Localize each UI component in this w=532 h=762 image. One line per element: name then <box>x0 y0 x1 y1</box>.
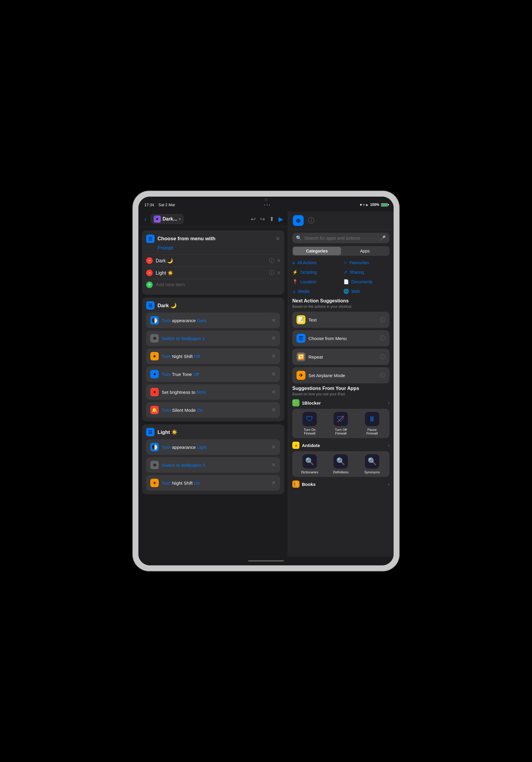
suggestion-text-info[interactable]: ⓘ <box>380 316 385 323</box>
cat-documents[interactable]: 📄 Documents <box>343 278 390 286</box>
wifi-icon: ▾ ▿ ▸ <box>360 202 368 207</box>
menu-card-close[interactable]: ✕ <box>275 236 280 242</box>
appearance-dark-icon: 🌓 <box>150 316 159 325</box>
cat-location[interactable]: 📍 Location <box>292 278 339 286</box>
synonyms-label: Synonyms <box>364 470 380 474</box>
suggestion-menu-icon: ☰ <box>296 334 305 343</box>
next-actions-title: Next Action Suggestions <box>292 298 389 304</box>
light-drag-handle[interactable]: ≡ <box>277 270 280 275</box>
cat-sharing[interactable]: ↗ Sharing <box>343 268 390 276</box>
wallpaper2-close[interactable]: ✕ <box>271 335 276 342</box>
cat-scripting[interactable]: ⚡ Scripting <box>292 268 339 276</box>
menu-item-dark: − Dark 🌙 ⓘ ≡ <box>146 254 280 267</box>
mic-icon[interactable]: 🎤 <box>380 235 386 241</box>
ipad-screen: 17:34 Sat 2 Mar ··· ▾ ▿ ▸ 100% <box>138 196 394 566</box>
1blocker-turn-on-firewall[interactable]: 🛡 Turn OnFirewall <box>295 412 324 435</box>
true-tone-off-close[interactable]: ✕ <box>271 371 276 377</box>
category-grid: ≡ All Actions ☆ Favourites ⚡ Scripting <box>288 259 394 298</box>
shortcut-title-button[interactable]: ✦ Dark... ▾ <box>151 214 184 224</box>
dark-section-header: ☰ Dark 🌙 <box>146 301 280 310</box>
prompt-label[interactable]: Prompt <box>158 245 280 251</box>
pause-firewall-icon: ⏸ <box>365 412 379 426</box>
night-shift-off-close[interactable]: ✕ <box>271 353 276 359</box>
night-shift-off-text: Turn Night Shift Off <box>162 354 268 359</box>
cat-scripting-label: Scripting <box>300 270 317 274</box>
dark-drag-handle[interactable]: ≡ <box>277 258 280 263</box>
suggestion-airplane[interactable]: ✈ Set Airplane Mode ⓘ <box>292 367 389 383</box>
right-panel: ⊕ ⓘ 🔍 🎤 Categories Apps <box>288 211 394 557</box>
suggestion-menu-label: Choose from Menu <box>308 336 377 341</box>
suggestion-choose-menu[interactable]: ☰ Choose from Menu ⓘ <box>292 330 389 346</box>
add-item-button[interactable]: + <box>146 281 153 288</box>
suggestion-menu-info[interactable]: ⓘ <box>380 335 385 342</box>
remove-light-button[interactable]: − <box>146 269 153 276</box>
search-bar[interactable]: 🔍 🎤 <box>292 233 389 243</box>
wallpaper2-text: Switch to Wallpaper 2 <box>162 336 268 341</box>
suggestion-repeat-info[interactable]: ⓘ <box>380 353 385 360</box>
silent-mode-icon: 🔔 <box>150 406 159 414</box>
next-actions-subtitle: Based on the actions in your shortcut. <box>292 304 389 309</box>
battery-icon <box>381 203 388 206</box>
app-group-1blocker-header[interactable]: 🟩 1Blocker › <box>292 399 389 407</box>
suggestion-airplane-info[interactable]: ⓘ <box>380 372 385 379</box>
1blocker-turn-off-firewall[interactable]: 🛡 Turn OffFirewall <box>326 412 355 435</box>
cat-media-label: Media <box>298 289 309 294</box>
cat-media[interactable]: ♫ Media <box>292 287 339 295</box>
redo-button[interactable]: ↪ <box>260 215 265 223</box>
apps-suggestions-title: Suggestions From Your Apps <box>292 386 389 391</box>
media-icon: ♫ <box>292 289 296 294</box>
tab-apps[interactable]: Apps <box>341 247 389 255</box>
date: Sat 2 Mar <box>158 202 175 207</box>
cat-web-label: Web <box>351 289 360 294</box>
dark-info-button[interactable]: ⓘ <box>269 257 274 264</box>
light-info-button[interactable]: ⓘ <box>269 269 274 276</box>
cat-all-actions[interactable]: ≡ All Actions <box>292 259 339 267</box>
back-button[interactable]: ‹ <box>143 214 148 224</box>
left-scroll-area: ☰ Choose from menu with ✕ Prompt − Dark … <box>138 227 288 557</box>
right-panel-header: ⊕ ⓘ <box>288 211 394 230</box>
1blocker-name: 1Blocker <box>302 401 386 406</box>
suggestion-text-label: Text <box>308 317 377 323</box>
cat-location-label: Location <box>300 279 316 284</box>
suggestion-text[interactable]: 📝 Text ⓘ <box>292 312 389 328</box>
share-button[interactable]: ⬆ <box>269 215 274 223</box>
suggestion-repeat[interactable]: 🔁 Repeat ⓘ <box>292 349 389 365</box>
wallpaper3-close[interactable]: ✕ <box>271 462 276 468</box>
1blocker-pause-firewall[interactable]: ⏸ PauseFirewall <box>358 412 386 435</box>
play-button[interactable]: ▶ <box>278 215 283 223</box>
menu-card-title: Choose from menu with <box>158 236 272 242</box>
silent-mode-close[interactable]: ✕ <box>271 407 276 413</box>
dark-section: ☰ Dark 🌙 🌓 Turn appearance Dark ✕ ❄ <box>142 298 284 421</box>
antidote-dictionaries[interactable]: 🔍 Dictionaries <box>295 454 324 474</box>
appearance-dark-close[interactable]: ✕ <box>271 317 276 324</box>
antidote-synonyms[interactable]: 🔍 Synonyms <box>358 454 386 474</box>
remove-dark-button[interactable]: − <box>146 257 153 264</box>
panel-info-button[interactable]: ⓘ <box>308 216 314 225</box>
add-item-label: Add new item <box>156 282 185 287</box>
ipad-frame: 17:34 Sat 2 Mar ··· ▾ ▿ ▸ 100% <box>133 191 399 571</box>
web-icon: 🌐 <box>343 289 349 294</box>
app-group-books-header[interactable]: 📙 Books › <box>292 481 389 488</box>
cat-favourites[interactable]: ☆ Favourites <box>343 259 390 267</box>
home-indicator <box>138 557 394 566</box>
night-shift-on-close[interactable]: ✕ <box>271 480 276 486</box>
undo-button[interactable]: ↩ <box>251 215 256 223</box>
tab-categories[interactable]: Categories <box>293 247 341 255</box>
action-night-shift-off: ☀ Turn Night Shift Off ✕ <box>146 348 280 364</box>
main-content: ‹ ✦ Dark... ▾ ↩ ↪ ⬆ ▶ <box>138 211 394 557</box>
antidote-definitions[interactable]: 🔍 Definitions <box>326 454 355 474</box>
action-true-tone-off: ✦ Turn True Tone Off ✕ <box>146 366 280 382</box>
menu-item-light: − Light ☀️ ⓘ ≡ <box>146 267 280 279</box>
appearance-light-icon: 🌓 <box>150 443 159 451</box>
location-icon: 📍 <box>292 279 298 284</box>
battery-fill <box>382 204 387 206</box>
search-input[interactable] <box>304 236 377 241</box>
1blocker-chevron-icon: › <box>388 401 389 405</box>
appearance-light-close[interactable]: ✕ <box>271 444 276 450</box>
brightness-close[interactable]: ✕ <box>271 389 276 395</box>
choose-from-menu-card: ☰ Choose from menu with ✕ Prompt − Dark … <box>142 230 284 295</box>
time: 17:34 <box>144 202 154 207</box>
suggestion-repeat-icon: 🔁 <box>296 352 305 361</box>
cat-web[interactable]: 🌐 Web <box>343 287 390 295</box>
app-group-antidote-header[interactable]: 🔺 Antidote › <box>292 442 389 449</box>
